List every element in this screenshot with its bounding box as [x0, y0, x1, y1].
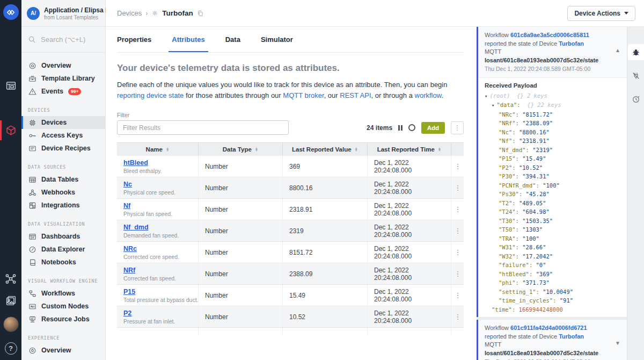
sidebar-item-label: Data Tables: [41, 176, 78, 183]
link-rest-api[interactable]: REST API: [340, 91, 371, 99]
row-options-button[interactable]: ⋮: [451, 263, 464, 284]
attribute-name-link[interactable]: P30: [123, 335, 192, 336]
sidebar-item-webhooks[interactable]: Webhooks: [21, 186, 105, 199]
history-tab[interactable]: [628, 91, 644, 107]
search-input[interactable]: Search (⌥+L): [21, 27, 105, 53]
expand-entry-icon[interactable]: ▼: [615, 339, 620, 348]
tab-properties[interactable]: Properties: [117, 27, 151, 52]
description-text: for those attributes through our: [184, 91, 283, 99]
row-options-button[interactable]: ⋮: [451, 242, 464, 263]
items-count: 24 items: [367, 124, 392, 132]
attribute-name-link[interactable]: P15: [123, 288, 192, 296]
column-header-last-reported-value[interactable]: Last Reported Value▲▼: [283, 143, 368, 156]
refresh-spinner-icon[interactable]: [408, 124, 415, 131]
row-options-button[interactable]: ⋮: [451, 199, 464, 220]
user-avatar[interactable]: [3, 316, 19, 332]
row-options-button[interactable]: ⋮: [451, 306, 464, 327]
pause-icon[interactable]: [398, 125, 402, 131]
entry-link[interactable]: 601c8a9ae3a5cd0006c85811: [510, 32, 589, 38]
sidebar-item-notebooks[interactable]: Notebooks: [21, 256, 105, 269]
sidebar-item-integrations[interactable]: Integrations: [21, 199, 105, 212]
entry-timestamp: Thu Dec 1, 2022 20:24:08.589 GMT-05:00: [485, 65, 609, 74]
link-mqtt-broker[interactable]: MQTT broker: [283, 91, 324, 99]
row-options-button[interactable]: ⋮: [451, 177, 464, 198]
attribute-name-cell: P15Total pressure at bypass duct.: [117, 285, 199, 306]
attribute-name-link[interactable]: NRc: [123, 245, 192, 253]
dashboards-rail-icon[interactable]: [5, 80, 17, 91]
tab-attributes[interactable]: Attributes: [172, 27, 204, 52]
attribute-name-link[interactable]: Nc: [123, 181, 192, 188]
filter-label: Filter: [117, 112, 464, 118]
column-header-data-type[interactable]: Data Type▲▼: [199, 143, 283, 156]
row-options-button[interactable]: ⋮: [451, 156, 464, 177]
sort-icon[interactable]: ▲▼: [255, 147, 258, 152]
link-reporting-device-state[interactable]: reporting device state: [117, 91, 184, 99]
tree-toggle[interactable]: ▾: [492, 103, 494, 108]
attribute-name-link[interactable]: Nf: [123, 202, 192, 210]
sidebar-item-events[interactable]: Events99+: [21, 85, 105, 98]
add-button[interactable]: Add: [421, 122, 445, 134]
last-reported-value-cell: 2388.09: [283, 263, 368, 284]
sidebar-item-resource-jobs[interactable]: Resource Jobs: [21, 313, 105, 326]
nodes-rail-icon[interactable]: [5, 273, 17, 285]
row-options-button[interactable]: [451, 328, 464, 335]
sidebar-item-data-explorer[interactable]: Data Explorer: [21, 243, 105, 256]
data-explorer-icon: [28, 246, 36, 254]
row-options-button[interactable]: ⋮: [451, 220, 464, 241]
table-row-nf-dmd: Nf_dmdDemanded fan speed.Number2319Dec 1…: [117, 220, 464, 242]
copy-icon[interactable]: [197, 10, 203, 17]
tree-toggle[interactable]: ▾: [485, 93, 487, 99]
device-actions-button[interactable]: Device Actions: [567, 6, 635, 21]
filter-input[interactable]: [117, 120, 289, 135]
tab-simulator[interactable]: Simulator: [261, 27, 293, 52]
payload-root-line: ▾(root) {} 2 keys: [485, 91, 621, 101]
debug-entries: Workflow 601c8a9ae3a5cd0006c85811 report…: [477, 27, 627, 360]
attribute-name-link[interactable]: NRf: [123, 267, 192, 274]
table-options-button[interactable]: ⋮: [451, 121, 464, 134]
gallery-rail-icon[interactable]: [5, 295, 17, 306]
payload-field-p30: "P30": "394.31": [485, 172, 621, 181]
app-rail: ?: [0, 0, 21, 360]
attribute-name-link[interactable]: P2: [123, 309, 192, 317]
column-header-name[interactable]: Name▲▼: [117, 143, 199, 156]
attribute-name-link[interactable]: Nf_dmd: [123, 224, 192, 231]
attributes-table: Name▲▼Data Type▲▼Last Reported Value▲▼La…: [117, 142, 464, 335]
sidebar-item-overview[interactable]: Overview: [21, 59, 105, 72]
sort-icon[interactable]: ▲▼: [438, 147, 441, 152]
sidebar-item-overview[interactable]: Overview: [21, 344, 105, 357]
sidebar-item-custom-nodes[interactable]: Custom Nodes: [21, 300, 105, 313]
losant-logo[interactable]: [3, 4, 19, 20]
device-actions-label: Device Actions: [574, 10, 620, 17]
attribute-name-link[interactable]: htBleed: [123, 159, 192, 167]
sidebar-item-device-recipes[interactable]: Device Recipes: [21, 142, 105, 155]
debug-tab[interactable]: [628, 44, 644, 60]
application-switcher[interactable]: A/ Application / Elipsa Pr... from Losan…: [21, 0, 105, 27]
collapse-entry-icon[interactable]: ▲: [615, 46, 620, 55]
tab-data[interactable]: Data: [225, 27, 240, 52]
breadcrumb-devices-link[interactable]: Devices: [117, 9, 142, 17]
payload-field-p2: "P2": "10.52": [485, 163, 621, 172]
sidebar-item-workflows[interactable]: Workflows: [21, 287, 105, 300]
description-text: Define each of the unique values you wou…: [117, 81, 447, 89]
column-header-last-reported-time[interactable]: Last Reported Time▲▼: [368, 143, 451, 156]
table-row-nrf: NRfCorrected fan speed.Number2388.09Dec …: [117, 263, 464, 285]
entry-link[interactable]: Turbofan: [559, 40, 584, 47]
application-rail-icon[interactable]: [5, 125, 17, 136]
sort-icon[interactable]: ▲▼: [355, 147, 358, 152]
attribute-description: Pressure at fan inlet.: [123, 318, 192, 325]
row-options-button[interactable]: ⋮: [451, 285, 464, 306]
sidebar-item-template-library[interactable]: Template Library: [21, 72, 105, 85]
sidebar-item-access-keys[interactable]: Access Keys: [21, 129, 105, 142]
sidebar-item-dashboards[interactable]: Dashboards: [21, 230, 105, 243]
sidebar-item-data-tables[interactable]: Data Tables: [21, 173, 105, 186]
debug-entry-header: Workflow 601c911fa42d4a0006fd6721 report…: [478, 320, 627, 360]
entry-link[interactable]: 601c911fa42d4a0006fd6721: [510, 325, 587, 331]
disconnect-tab[interactable]: [628, 68, 644, 84]
sidebar-item-devices[interactable]: Devices: [21, 116, 105, 129]
link-workflow[interactable]: workflow: [415, 91, 442, 99]
sort-icon[interactable]: ▲▼: [166, 147, 169, 152]
sidebar-item-edit[interactable]: Edit: [21, 357, 105, 360]
entry-link[interactable]: Turbofan: [559, 333, 584, 340]
table-row-p30: P30: [117, 328, 464, 335]
help-button[interactable]: ?: [5, 342, 17, 355]
